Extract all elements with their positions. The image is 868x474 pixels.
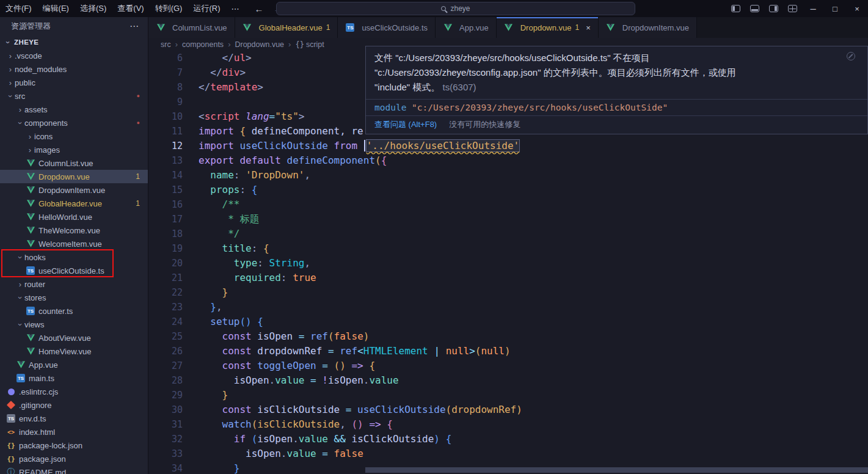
tree-item-assets[interactable]: ›assets [0,103,148,116]
code-line[interactable]: 22 } [148,285,868,300]
breadcrumb-item-components[interactable]: components [182,40,224,49]
menu-item-[interactable]: ⋯ [225,0,244,17]
line-number[interactable]: 11 [148,124,183,139]
tree-item-counter-ts[interactable]: TScounter.ts [0,304,148,318]
menu-item-g[interactable]: 转到(G) [150,0,188,17]
line-number[interactable]: 20 [148,256,183,271]
line-number[interactable]: 29 [148,388,183,403]
tab-dropdownitem-vue[interactable]: DropdownItem.vue [599,17,697,38]
tab-app-vue[interactable]: App.vue [436,17,497,38]
line-number[interactable]: 28 [148,373,183,388]
code-line[interactable]: 26 const dropdownRef = ref<HTMLElement |… [148,344,868,359]
tree-item-env-d-ts[interactable]: TSenv.d.ts [0,412,148,425]
tree-item-app-vue[interactable]: App.vue [0,358,148,371]
tree-item-eslintrc-cjs[interactable]: .eslintrc.cjs [0,385,148,398]
line-number[interactable]: 16 [148,197,183,212]
line-number[interactable]: 27 [148,359,183,373]
tab-useclickoutside-ts[interactable]: TSuseClickOutside.ts [338,17,436,38]
code-line[interactable]: 15 props: { [148,183,868,197]
tree-item-icons[interactable]: ›icons [0,129,148,143]
code-line[interactable]: 19 title: { [148,241,868,256]
tree-item-useclickoutside-ts[interactable]: TSuseClickOutside.ts [0,264,148,277]
tree-item-vscode[interactable]: ›.vscode [0,49,148,62]
tree-item-aboutview-vue[interactable]: AboutView.vue [0,331,148,345]
horizontal-scrollbar[interactable] [365,467,868,473]
code-line[interactable]: 23 }, [148,300,868,315]
tree-item-src[interactable]: ›src● [0,89,148,103]
view-problem-link[interactable]: 查看问题 (Alt+F8) [374,119,437,130]
back-arrow-icon[interactable]: ← [254,4,263,14]
tree-item-main-ts[interactable]: TSmain.ts [0,371,148,385]
line-number[interactable]: 14 [148,168,183,183]
tab-dropdown-vue[interactable]: Dropdown.vue1× [497,17,599,38]
menu-item-r[interactable]: 运行(R) [188,0,225,17]
code-line[interactable]: 14 name: 'DropDown', [148,168,868,183]
breadcrumb-item-script[interactable]: {}script [295,40,324,49]
code-line[interactable]: 16 /** [148,197,868,212]
close-icon[interactable]: × [846,0,868,17]
tree-item-hooks[interactable]: ›hooks [0,250,148,264]
line-number[interactable]: 7 [148,65,183,80]
tree-item-welcomeitem-vue[interactable]: WelcomeItem.vue [0,237,148,250]
close-icon[interactable]: × [586,23,591,32]
tree-item-components[interactable]: ›components● [0,116,148,129]
code-line[interactable]: 27 const toggleOpen = () => { [148,359,868,373]
more-actions-icon[interactable]: ⋯ [129,21,139,32]
minimize-icon[interactable]: ─ [802,0,824,17]
line-number[interactable]: 31 [148,417,183,432]
line-number[interactable]: 32 [148,432,183,447]
line-number[interactable]: 19 [148,241,183,256]
tree-item-dropdownitem-vue[interactable]: DropdownItem.vue [0,183,148,197]
code-line[interactable]: 20 type: String, [148,256,868,271]
tab-columnlist-vue[interactable]: ColumnList.vue [148,17,235,38]
tree-item-router[interactable]: ›router [0,277,148,291]
tree-item-gitignore[interactable]: .gitignore [0,398,148,412]
line-number[interactable]: 34 [148,461,183,474]
line-number[interactable]: 13 [148,153,183,168]
line-number[interactable]: 26 [148,344,183,359]
line-number[interactable]: 33 [148,447,183,461]
tree-item-views[interactable]: ›views [0,318,148,331]
tree-item-columnlist-vue[interactable]: ColumnList.vue [0,156,148,170]
layout-sidebar-icon[interactable] [731,5,740,12]
code-line[interactable]: 28 isOpen.value = !isOpen.value [148,373,868,388]
line-number[interactable]: 23 [148,300,183,315]
breadcrumb-item-dropdown-vue[interactable]: Dropdown.vue [235,40,284,49]
line-number[interactable]: 22 [148,285,183,300]
menu-item-e[interactable]: 编辑(E) [37,0,75,17]
line-number[interactable]: 9 [148,95,183,109]
code-line[interactable]: 25 const isOpen = ref(false) [148,329,868,344]
code-line[interactable]: 17 * 标题 [148,212,868,227]
tree-item-globalheader-vue[interactable]: GlobalHeader.vue1 [0,197,148,210]
tree-item-thewelcome-vue[interactable]: TheWelcome.vue [0,224,148,237]
line-number[interactable]: 8 [148,80,183,95]
customize-layout-icon[interactable] [788,5,797,12]
line-number[interactable]: 25 [148,329,183,344]
line-number[interactable]: 12 [148,139,183,153]
menu-item-v[interactable]: 查看(V) [112,0,149,17]
tree-item-package-lock-json[interactable]: {}package-lock.json [0,439,148,452]
maximize-icon[interactable]: □ [824,0,846,17]
code-line[interactable]: 12import useClickOutside from '../hooks/… [148,139,868,153]
tree-item-node-modules[interactable]: ›node_modules [0,62,148,76]
tree-item-package-json[interactable]: {}package.json [0,452,148,465]
menu-item-f[interactable]: 文件(F) [0,0,37,17]
code-line[interactable]: 18 */ [148,227,868,241]
line-number[interactable]: 6 [148,51,183,65]
code-line[interactable]: 31 watch(isClickOutside, () => { [148,417,868,432]
tree-item-readme-md[interactable]: ⓘREADME.md [0,465,148,474]
tab-globalheader-vue[interactable]: GlobalHeader.vue1 [235,17,338,38]
tree-item-stores[interactable]: ›stores [0,291,148,304]
tree-item-images[interactable]: ›images [0,143,148,156]
line-number[interactable]: 30 [148,403,183,417]
command-center-search[interactable]: zheye [276,2,635,15]
menu-item-s[interactable]: 选择(S) [75,0,112,17]
line-number[interactable]: 21 [148,271,183,285]
code-line[interactable]: 33 isOpen.value = false [148,447,868,461]
code-line[interactable]: 30 const isClickOutside = useClickOutsid… [148,403,868,417]
code-line[interactable]: 29 } [148,388,868,403]
tree-item-helloworld-vue[interactable]: HelloWorld.vue [0,210,148,224]
tree-item-public[interactable]: ›public [0,76,148,89]
tree-item-index-html[interactable]: <>index.html [0,425,148,439]
code-line[interactable]: 24 setup() { [148,315,868,329]
